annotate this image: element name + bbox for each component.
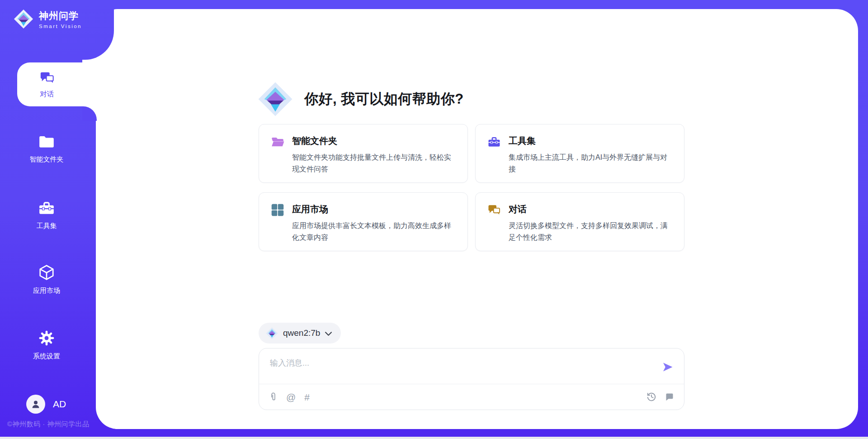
toolbar-right xyxy=(646,392,674,402)
tile-grid-icon xyxy=(271,203,284,217)
composer-toolbar: @ # xyxy=(269,390,674,404)
model-selector[interactable]: qwen2:7b xyxy=(259,323,341,344)
feature-card-chat[interactable]: 对话 灵活切换多模型文件，支持多样回复效果调试，满足个性化需求 xyxy=(475,192,684,251)
person-icon xyxy=(30,399,41,410)
chevron-down-icon xyxy=(325,332,332,336)
feature-card-app-market[interactable]: 应用市场 应用市场提供丰富长文本模板，助力高效生成多样化文章内容 xyxy=(259,192,468,251)
comment-icon xyxy=(665,392,674,401)
card-desc: 灵活切换多模型文件，支持多样回复效果调试，满足个性化需求 xyxy=(509,220,673,243)
composer: @ # xyxy=(259,348,684,410)
folder-icon xyxy=(38,133,55,150)
greeting-heading: 你好, 我可以如何帮助你? xyxy=(304,90,464,109)
sidebar-item-label: 工具集 xyxy=(37,222,57,230)
sidebar-item-label: 应用市场 xyxy=(33,286,60,295)
card-title: 对话 xyxy=(509,203,673,215)
sidebar-item-smart-folder[interactable]: 智能文件夹 xyxy=(0,133,93,164)
cube-icon xyxy=(38,264,55,281)
mention-button[interactable]: @ xyxy=(286,392,296,402)
card-desc: 集成市场上主流工具，助力AI与外界无缝扩展与对接 xyxy=(509,152,673,175)
card-desc: 智能文件夹功能支持批量文件上传与清洗，轻松实现文件问答 xyxy=(292,152,457,175)
model-name: qwen2:7b xyxy=(283,328,320,338)
feature-card-smart-folder[interactable]: 智能文件夹 智能文件夹功能支持批量文件上传与清洗，轻松实现文件问答 xyxy=(259,124,468,183)
send-icon xyxy=(662,361,674,373)
composer-divider xyxy=(259,384,684,384)
sidebar-item-label: 系统设置 xyxy=(33,352,60,361)
history-icon xyxy=(646,392,656,402)
card-title: 智能文件夹 xyxy=(292,135,457,147)
user-initials: AD xyxy=(53,399,66,410)
window-bottom-edge xyxy=(0,437,868,439)
attach-button[interactable] xyxy=(269,391,278,402)
chat-bubbles-icon xyxy=(487,203,501,217)
avatar xyxy=(26,395,45,414)
sidebar-item-toolset[interactable]: 工具集 xyxy=(0,199,93,230)
card-text: 智能文件夹 智能文件夹功能支持批量文件上传与清洗，轻松实现文件问答 xyxy=(292,134,457,182)
sidebar-footer: ©神州数码 · 神州问学出品 xyxy=(7,420,89,429)
sidebar-item-label: 智能文件夹 xyxy=(30,155,64,164)
topic-button[interactable]: # xyxy=(304,392,310,402)
toolbar-left: @ # xyxy=(269,391,310,402)
sidebar-item-label: 对话 xyxy=(40,90,54,99)
brand-text: 神州问学 Smart Vision xyxy=(39,10,82,29)
conversation-button[interactable] xyxy=(665,392,674,401)
user-account[interactable]: AD xyxy=(26,395,66,414)
app-root: { "brand": { "name": "神州问学", "subtitle":… xyxy=(0,0,868,439)
history-button[interactable] xyxy=(646,392,656,402)
sidebar-logo-block: 神州问学 Smart Vision xyxy=(0,0,114,60)
main-panel: 你好, 我可以如何帮助你? 智能文件夹 智能文件夹功能支持批量文件上传与清洗，轻… xyxy=(96,9,858,429)
sidebar-item-app-market[interactable]: 应用市场 xyxy=(0,264,93,295)
card-desc: 应用市场提供丰富长文本模板，助力高效生成多样化文章内容 xyxy=(292,220,457,243)
greeting-hero: 你好, 我可以如何帮助你? xyxy=(258,81,464,118)
card-title: 应用市场 xyxy=(292,203,457,215)
send-button[interactable] xyxy=(661,361,674,374)
gear-icon xyxy=(38,329,55,347)
card-title: 工具集 xyxy=(509,135,673,147)
sidebar-item-chat[interactable]: 对话 xyxy=(17,62,97,106)
brand: 神州问学 Smart Vision xyxy=(14,9,82,29)
brand-subtitle: Smart Vision xyxy=(39,24,82,29)
gem-logo-icon xyxy=(266,327,278,339)
gem-logo-icon xyxy=(258,81,293,118)
at-sign-icon: @ xyxy=(286,392,296,402)
hash-icon: # xyxy=(304,392,310,402)
card-text: 工具集 集成市场上主流工具，助力AI与外界无缝扩展与对接 xyxy=(509,134,673,182)
open-folder-icon xyxy=(271,135,284,148)
card-text: 应用市场 应用市场提供丰富长文本模板，助力高效生成多样化文章内容 xyxy=(292,202,457,251)
briefcase-icon xyxy=(487,135,501,148)
paperclip-icon xyxy=(269,391,278,402)
gem-logo-icon xyxy=(14,9,33,29)
toolbox-icon xyxy=(38,199,55,216)
chat-bubbles-icon xyxy=(39,70,55,86)
brand-name: 神州问学 xyxy=(39,10,82,22)
sidebar-item-settings[interactable]: 系统设置 xyxy=(0,329,93,361)
message-input[interactable] xyxy=(270,358,654,381)
feature-cards: 智能文件夹 智能文件夹功能支持批量文件上传与清洗，轻松实现文件问答 工具集 集成… xyxy=(259,124,684,251)
card-text: 对话 灵活切换多模型文件，支持多样回复效果调试，满足个性化需求 xyxy=(509,202,673,251)
feature-card-toolset[interactable]: 工具集 集成市场上主流工具，助力AI与外界无缝扩展与对接 xyxy=(475,124,684,183)
